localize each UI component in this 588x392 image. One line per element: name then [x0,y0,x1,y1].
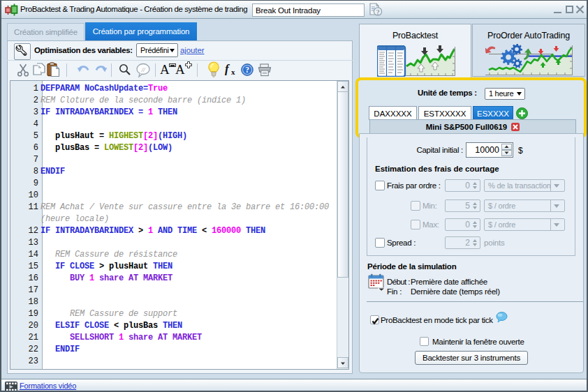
svg-text:?: ? [245,66,249,74]
svg-text:?: ? [376,8,379,16]
